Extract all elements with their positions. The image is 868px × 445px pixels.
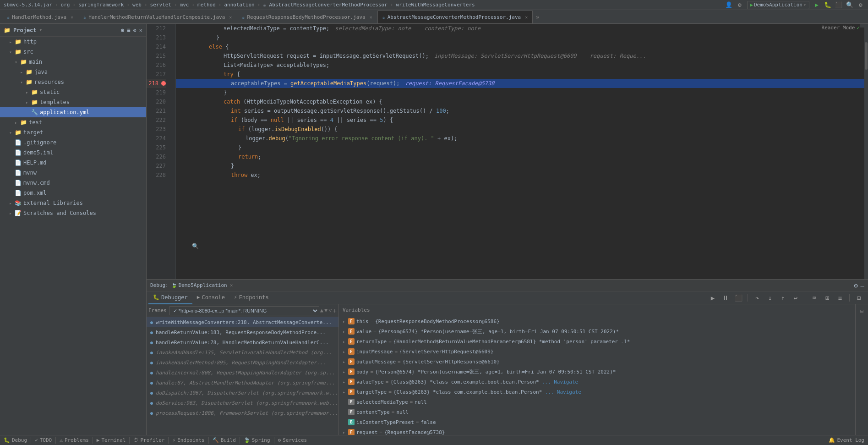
close-debug-tab-icon[interactable]: ✕ (230, 282, 233, 288)
var-item-contenttype[interactable]: F contentType = null (339, 407, 855, 417)
breadcrumb-part-web[interactable]: web (132, 2, 142, 8)
pause-btn[interactable]: ⏸ (720, 292, 731, 303)
frames-add-btn[interactable]: + (333, 307, 337, 314)
new-file-icon[interactable]: ⊕ (121, 27, 124, 33)
sidebar-item-external-libraries[interactable]: ▸ 📚 External Libraries (0, 198, 146, 208)
sidebar-item-static[interactable]: ▸ 📁 static (0, 87, 146, 97)
breadcrumb-part-class[interactable]: ☕ AbstractMessageConverterMethodProcesso… (263, 2, 388, 8)
status-todo[interactable]: ✓ TODO (35, 437, 52, 443)
var-item-valuetype[interactable]: ▸ F valueType = {Class@6263} *class com.… (339, 377, 855, 387)
status-problems[interactable]: ⚠ Problems (60, 437, 89, 443)
step-into-btn[interactable]: ↓ (764, 292, 775, 303)
frames-filter-btn[interactable]: ▽ (328, 307, 332, 314)
stop-icon[interactable]: ⬛ (835, 1, 842, 9)
sidebar-item-mvnw[interactable]: 📄 mvnw (0, 168, 146, 178)
sidebar-item-mvnw-cmd[interactable]: 📄 mvnw.cmd (0, 178, 146, 188)
stop-btn[interactable]: ⬛ (733, 292, 744, 303)
var-item-value[interactable]: ▸ F value = {Person@6574} *Person(userna… (339, 326, 855, 336)
sidebar-item-http[interactable]: ▸ 📁 http (0, 37, 146, 47)
sidebar-item-resources[interactable]: ▾ 📁 resources (0, 77, 146, 87)
debug-tab-console[interactable]: ▶ Console (192, 291, 229, 304)
run-icon[interactable]: ▶ (813, 1, 820, 9)
var-item-outputmessage[interactable]: ▸ F outputMessage = {ServletServerHttpRe… (339, 357, 855, 367)
frame-item-8[interactable]: ● doService:963, DispatcherServlet (org.… (147, 398, 338, 408)
more-btn[interactable]: ≡ (835, 292, 846, 303)
view-btn[interactable]: ⊞ (822, 292, 833, 303)
frames-up-btn[interactable]: ▲ (320, 307, 323, 314)
var-item-selectedmediatype[interactable]: F selectedMediaType = null (339, 397, 855, 407)
sidebar-item-target[interactable]: ▾ 📁 target (0, 127, 146, 137)
status-profiler[interactable]: ⏱ Profiler (133, 437, 164, 443)
editor-scrollbar[interactable] (864, 24, 868, 279)
debug-icon[interactable]: 🐛 (824, 1, 831, 9)
status-endpoints[interactable]: ⚡ Endpoints (172, 437, 204, 443)
var-item-this[interactable]: ▸ F this = {RequestResponseBodyMethodPro… (339, 316, 855, 326)
frame-item-4[interactable]: ● invokeHandlerMethod:895, RequestMappin… (147, 357, 338, 368)
close-sidebar-icon[interactable]: ✕ (139, 27, 142, 33)
status-event-log[interactable]: 🔔 Event Log (829, 437, 864, 443)
sidebar-item-demo5iml[interactable]: 📄 demo5.iml (0, 148, 146, 158)
tab-close-icon-3[interactable]: ✕ (370, 15, 372, 20)
sidebar-item-scratches-consoles[interactable]: ▸ 📝 Scratches and Consoles (0, 208, 146, 218)
resume-btn[interactable]: ▶ (707, 292, 718, 303)
tab-requestresponse[interactable]: ☕ RequestResponseBodyMethodProcessor.jav… (237, 11, 377, 23)
tab-handlermethod[interactable]: ☕ HandlerMethod.java ✕ (2, 11, 78, 23)
sidebar-item-test[interactable]: ▸ 📁 test (0, 117, 146, 127)
step-over-btn[interactable]: ↷ (752, 292, 763, 303)
status-services[interactable]: ⚙ Services (278, 437, 307, 443)
breadcrumb-part-org[interactable]: org (61, 2, 70, 8)
sidebar-item-helpmd[interactable]: 📄 HELP.md (0, 158, 146, 168)
scrollbar-thumb[interactable] (865, 42, 868, 70)
status-spring[interactable]: 🍃 Spring (244, 437, 270, 443)
user-icon[interactable]: 👤 (725, 1, 732, 9)
collapse-icon[interactable]: ≡ (127, 27, 130, 33)
reader-mode-check-icon[interactable]: ✓ (857, 25, 860, 31)
evaluate-btn[interactable]: ⌨ (809, 292, 820, 303)
sidebar-item-pomxml[interactable]: 📄 pom.xml (0, 188, 146, 198)
targettype-navigate-link[interactable]: ... Navigate (545, 389, 581, 395)
sidebar-item-templates[interactable]: ▸ 📁 templates (0, 97, 146, 107)
sidebar-item-application-yml[interactable]: 🔧 application.yml (0, 107, 146, 117)
frame-item-7[interactable]: ● doDispatch:1067, DispatcherServlet (or… (147, 388, 338, 398)
breadcrumb-part-annotation[interactable]: annotation (224, 2, 254, 8)
frame-item-2[interactable]: ● handleReturnValue:78, HandlerMethodRet… (147, 337, 338, 347)
breadcrumb-part-mvc[interactable]: mvc (180, 2, 189, 8)
frame-item-9[interactable]: ● processRequest:1006, FrameworkServlet … (147, 408, 338, 418)
run-to-cursor-btn[interactable]: ↩ (790, 292, 801, 303)
status-terminal[interactable]: ▶ Terminal (97, 437, 126, 443)
breadcrumb-part-jar[interactable]: sbmvc-5.3.14.jar (4, 2, 52, 8)
tab-close-icon-2[interactable]: ✕ (229, 15, 232, 20)
frame-item-0[interactable]: ● writeWithMessageConverters:218, Abstra… (147, 317, 338, 327)
thread-selector[interactable]: ✓ *http-nio-8080-ex...p *main*: RUNNING (169, 306, 319, 315)
gear-icon[interactable]: ⚙ (736, 1, 743, 9)
tab-handlerreturn[interactable]: ☕ HandlerMethodReturnValueHandlerComposi… (78, 11, 237, 23)
frame-item-1[interactable]: ● handleReturnValue:183, RequestResponse… (147, 327, 338, 337)
debug-restore-btn[interactable]: ⊟ (857, 306, 867, 316)
var-item-iscontenttypepreset[interactable]: B isContentTypePreset = false (339, 417, 855, 427)
frames-down-btn[interactable]: ▼ (324, 307, 328, 314)
breadcrumb-part-servlet[interactable]: servlet (150, 2, 171, 8)
sidebar-item-java[interactable]: ▸ 📁 java (0, 67, 146, 77)
tab-abstractmessage[interactable]: ☕ AbstractMessageConverterMethodProcesso… (377, 11, 533, 23)
valuetype-navigate-link[interactable]: ... Navigate (542, 379, 578, 385)
settings-icon[interactable]: ⚙ (857, 1, 864, 9)
breadcrumb-part-method-name[interactable]: writeWithMessageConverters (396, 2, 475, 8)
var-item-returntype[interactable]: ▸ F returnType = {HandlerMethod$ReturnVa… (339, 336, 855, 346)
debug-tab-endpoints[interactable]: ⚡ Endpoints (229, 291, 273, 304)
var-item-request[interactable]: ▸ F request = {RequestFacade@5738} (339, 427, 855, 435)
restore-layout-btn[interactable]: ⊟ (853, 292, 864, 303)
breadcrumb-part-springframework[interactable]: springframework (78, 2, 124, 8)
sidebar-item-gitignore[interactable]: 📄 .gitignore (0, 137, 146, 148)
var-item-body[interactable]: ▸ F body = {Person@6574} *Person(usernam… (339, 367, 855, 377)
status-build[interactable]: 🔨 Build (213, 437, 236, 443)
var-item-inputmessage[interactable]: ▸ F inputMessage = {ServletServerHttpReq… (339, 346, 855, 357)
debug-tab-debugger[interactable]: 🐛 Debugger (148, 291, 192, 304)
run-config-dropdown[interactable]: ▶ Demo5Application ▾ (747, 1, 809, 9)
sidebar-item-src[interactable]: ▾ 📁 src (0, 47, 146, 57)
frame-item-3[interactable]: ● invokeAndHandle:135, ServletInvocableH… (147, 347, 338, 357)
more-tabs-button[interactable]: » (533, 13, 542, 21)
breadcrumb-part-method[interactable]: method (197, 2, 216, 8)
tab-close-icon[interactable]: ✕ (71, 15, 73, 20)
minimize-debug-icon[interactable]: — (861, 282, 864, 289)
frame-item-6[interactable]: ● handle:87, AbstractHandlerMethodAdapte… (147, 378, 338, 388)
